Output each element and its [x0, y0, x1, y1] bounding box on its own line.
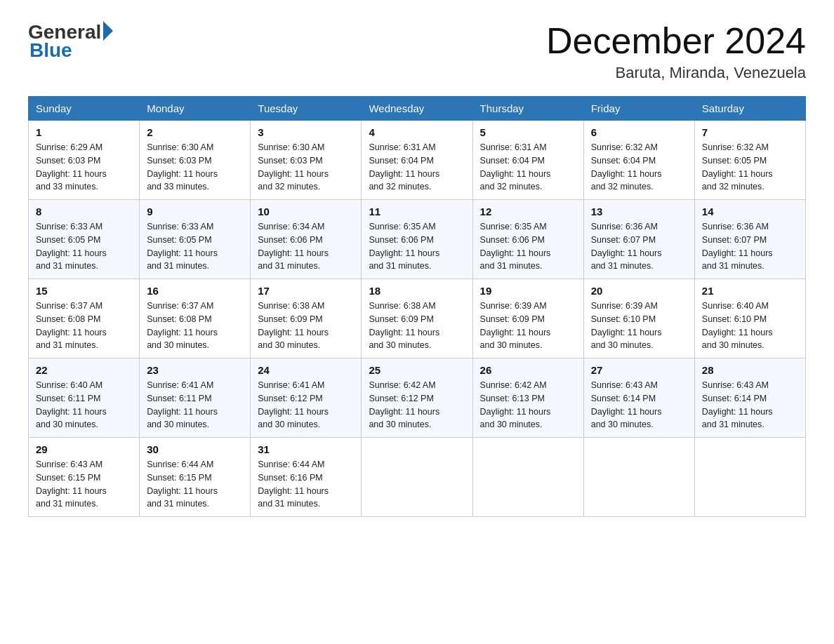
calendar-cell: 14 Sunrise: 6:36 AMSunset: 6:07 PMDaylig…: [694, 200, 805, 279]
calendar-cell: 20 Sunrise: 6:39 AMSunset: 6:10 PMDaylig…: [583, 279, 694, 358]
calendar-cell: 13 Sunrise: 6:36 AMSunset: 6:07 PMDaylig…: [583, 200, 694, 279]
day-info: Sunrise: 6:44 AMSunset: 6:16 PMDaylight:…: [258, 459, 329, 509]
logo: General Blue: [28, 21, 113, 62]
day-info: Sunrise: 6:33 AMSunset: 6:05 PMDaylight:…: [36, 222, 107, 271]
calendar-cell: 10 Sunrise: 6:34 AMSunset: 6:06 PMDaylig…: [251, 200, 362, 279]
header-cell-tuesday: Tuesday: [251, 97, 362, 121]
day-number: 30: [147, 443, 243, 455]
day-number: 4: [369, 126, 465, 138]
day-info: Sunrise: 6:35 AMSunset: 6:06 PMDaylight:…: [369, 222, 439, 271]
calendar-cell: 2 Sunrise: 6:30 AMSunset: 6:03 PMDayligh…: [140, 121, 251, 200]
day-info: Sunrise: 6:43 AMSunset: 6:14 PMDaylight:…: [591, 380, 662, 429]
header-row: SundayMondayTuesdayWednesdayThursdayFrid…: [29, 97, 806, 121]
day-number: 2: [147, 126, 243, 138]
day-number: 28: [702, 364, 798, 376]
day-info: Sunrise: 6:38 AMSunset: 6:09 PMDaylight:…: [369, 301, 439, 350]
calendar-cell: 7 Sunrise: 6:32 AMSunset: 6:05 PMDayligh…: [694, 121, 805, 200]
calendar-cell: 1 Sunrise: 6:29 AMSunset: 6:03 PMDayligh…: [29, 121, 140, 200]
calendar-week-row: 29 Sunrise: 6:43 AMSunset: 6:15 PMDaylig…: [29, 438, 806, 517]
day-info: Sunrise: 6:42 AMSunset: 6:12 PMDaylight:…: [369, 380, 439, 429]
day-info: Sunrise: 6:32 AMSunset: 6:04 PMDaylight:…: [591, 142, 662, 192]
calendar-cell: 21 Sunrise: 6:40 AMSunset: 6:10 PMDaylig…: [694, 279, 805, 358]
day-number: 31: [258, 443, 354, 455]
calendar-cell: 8 Sunrise: 6:33 AMSunset: 6:05 PMDayligh…: [29, 200, 140, 279]
calendar-cell: 16 Sunrise: 6:37 AMSunset: 6:08 PMDaylig…: [140, 279, 251, 358]
day-info: Sunrise: 6:43 AMSunset: 6:14 PMDaylight:…: [702, 380, 773, 429]
calendar-cell: 17 Sunrise: 6:38 AMSunset: 6:09 PMDaylig…: [251, 279, 362, 358]
page-header: General Blue December 2024 Baruta, Miran…: [28, 21, 806, 82]
day-number: 27: [591, 364, 687, 376]
day-number: 15: [36, 285, 132, 297]
calendar-week-row: 22 Sunrise: 6:40 AMSunset: 6:11 PMDaylig…: [29, 358, 806, 438]
day-info: Sunrise: 6:30 AMSunset: 6:03 PMDaylight:…: [147, 142, 218, 192]
day-info: Sunrise: 6:42 AMSunset: 6:13 PMDaylight:…: [480, 380, 551, 429]
calendar-cell: 30 Sunrise: 6:44 AMSunset: 6:15 PMDaylig…: [140, 438, 251, 517]
day-number: 21: [702, 285, 798, 297]
calendar-body: 1 Sunrise: 6:29 AMSunset: 6:03 PMDayligh…: [29, 121, 806, 517]
day-info: Sunrise: 6:38 AMSunset: 6:09 PMDaylight:…: [258, 301, 329, 350]
day-number: 8: [36, 206, 132, 217]
calendar-cell: 18 Sunrise: 6:38 AMSunset: 6:09 PMDaylig…: [362, 279, 472, 358]
day-number: 22: [36, 364, 132, 376]
day-info: Sunrise: 6:35 AMSunset: 6:06 PMDaylight:…: [480, 222, 551, 271]
calendar-cell: 25 Sunrise: 6:42 AMSunset: 6:12 PMDaylig…: [362, 358, 472, 438]
day-number: 10: [258, 206, 354, 217]
day-info: Sunrise: 6:43 AMSunset: 6:15 PMDaylight:…: [36, 459, 107, 509]
day-number: 12: [480, 206, 576, 217]
header-cell-friday: Friday: [583, 97, 694, 121]
day-number: 20: [591, 285, 687, 297]
calendar-cell: 31 Sunrise: 6:44 AMSunset: 6:16 PMDaylig…: [251, 438, 362, 517]
calendar-cell: 27 Sunrise: 6:43 AMSunset: 6:14 PMDaylig…: [583, 358, 694, 438]
calendar-cell: [362, 438, 472, 517]
day-number: 18: [369, 285, 465, 297]
day-info: Sunrise: 6:34 AMSunset: 6:06 PMDaylight:…: [258, 222, 329, 271]
day-number: 17: [258, 285, 354, 297]
calendar-table: SundayMondayTuesdayWednesdayThursdayFrid…: [28, 96, 806, 517]
calendar-cell: 28 Sunrise: 6:43 AMSunset: 6:14 PMDaylig…: [694, 358, 805, 438]
calendar-cell: 5 Sunrise: 6:31 AMSunset: 6:04 PMDayligh…: [472, 121, 583, 200]
day-number: 6: [591, 126, 687, 138]
day-info: Sunrise: 6:39 AMSunset: 6:10 PMDaylight:…: [591, 301, 662, 350]
day-info: Sunrise: 6:40 AMSunset: 6:10 PMDaylight:…: [702, 301, 773, 350]
day-info: Sunrise: 6:37 AMSunset: 6:08 PMDaylight:…: [36, 301, 107, 350]
day-number: 1: [36, 126, 132, 138]
day-info: Sunrise: 6:33 AMSunset: 6:05 PMDaylight:…: [147, 222, 218, 271]
day-info: Sunrise: 6:40 AMSunset: 6:11 PMDaylight:…: [36, 380, 107, 429]
calendar-cell: 9 Sunrise: 6:33 AMSunset: 6:05 PMDayligh…: [140, 200, 251, 279]
header-cell-sunday: Sunday: [29, 97, 140, 121]
day-info: Sunrise: 6:39 AMSunset: 6:09 PMDaylight:…: [480, 301, 551, 350]
calendar-header: SundayMondayTuesdayWednesdayThursdayFrid…: [29, 97, 806, 121]
calendar-cell: 22 Sunrise: 6:40 AMSunset: 6:11 PMDaylig…: [29, 358, 140, 438]
day-number: 26: [480, 364, 576, 376]
calendar-week-row: 15 Sunrise: 6:37 AMSunset: 6:08 PMDaylig…: [29, 279, 806, 358]
calendar-cell: 29 Sunrise: 6:43 AMSunset: 6:15 PMDaylig…: [29, 438, 140, 517]
calendar-cell: 4 Sunrise: 6:31 AMSunset: 6:04 PMDayligh…: [362, 121, 472, 200]
day-info: Sunrise: 6:41 AMSunset: 6:11 PMDaylight:…: [147, 380, 218, 429]
day-number: 23: [147, 364, 243, 376]
day-number: 5: [480, 126, 576, 138]
calendar-cell: [472, 438, 583, 517]
header-cell-monday: Monday: [140, 97, 251, 121]
header-cell-thursday: Thursday: [472, 97, 583, 121]
day-number: 14: [702, 206, 798, 217]
day-info: Sunrise: 6:31 AMSunset: 6:04 PMDaylight:…: [480, 142, 551, 192]
day-info: Sunrise: 6:31 AMSunset: 6:04 PMDaylight:…: [369, 142, 439, 192]
calendar-cell: 3 Sunrise: 6:30 AMSunset: 6:03 PMDayligh…: [251, 121, 362, 200]
day-number: 24: [258, 364, 354, 376]
calendar-cell: 11 Sunrise: 6:35 AMSunset: 6:06 PMDaylig…: [362, 200, 472, 279]
day-number: 3: [258, 126, 354, 138]
logo-triangle-icon: [103, 21, 113, 41]
calendar-cell: 26 Sunrise: 6:42 AMSunset: 6:13 PMDaylig…: [472, 358, 583, 438]
calendar-cell: 6 Sunrise: 6:32 AMSunset: 6:04 PMDayligh…: [583, 121, 694, 200]
day-number: 19: [480, 285, 576, 297]
day-number: 9: [147, 206, 243, 217]
header-cell-saturday: Saturday: [694, 97, 805, 121]
logo-blue-text: Blue: [29, 39, 72, 62]
day-info: Sunrise: 6:30 AMSunset: 6:03 PMDaylight:…: [258, 142, 329, 192]
calendar-cell: 19 Sunrise: 6:39 AMSunset: 6:09 PMDaylig…: [472, 279, 583, 358]
calendar-week-row: 8 Sunrise: 6:33 AMSunset: 6:05 PMDayligh…: [29, 200, 806, 279]
day-number: 25: [369, 364, 465, 376]
day-number: 13: [591, 206, 687, 217]
day-info: Sunrise: 6:29 AMSunset: 6:03 PMDaylight:…: [36, 142, 107, 192]
day-info: Sunrise: 6:36 AMSunset: 6:07 PMDaylight:…: [591, 222, 662, 271]
